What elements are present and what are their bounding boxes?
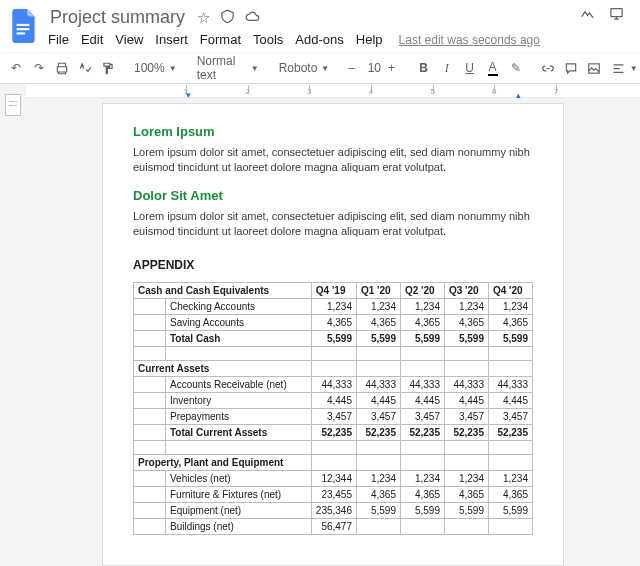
row-value: 4,445 bbox=[311, 392, 356, 408]
ruler-tick: 4 bbox=[369, 87, 373, 96]
row-value: 1,234 bbox=[357, 298, 401, 314]
star-icon[interactable]: ☆ bbox=[197, 9, 210, 27]
row-value: 1,234 bbox=[401, 470, 445, 486]
heading-2: Dolor Sit Amet bbox=[133, 188, 533, 203]
table-row: Buildings (net)56,477 bbox=[134, 518, 533, 534]
menu-tools[interactable]: Tools bbox=[253, 32, 283, 47]
editor-canvas[interactable]: 1234567 ▾ ▴ Lorem Ipsum Lorem ipsum dolo… bbox=[26, 84, 640, 566]
row-value: 5,599 bbox=[489, 502, 533, 518]
row-value: 3,457 bbox=[489, 408, 533, 424]
row-value: 5,599 bbox=[401, 502, 445, 518]
menu-file[interactable]: File bbox=[48, 32, 69, 47]
table-row: Equipment (net)235,3465,5995,5995,5995,5… bbox=[134, 502, 533, 518]
redo-button[interactable]: ↷ bbox=[29, 57, 49, 79]
menu-format[interactable]: Format bbox=[200, 32, 241, 47]
link-button[interactable] bbox=[538, 57, 558, 79]
row-label: Checking Accounts bbox=[166, 298, 312, 314]
bold-button[interactable]: B bbox=[414, 57, 434, 79]
row-value: 1,234 bbox=[445, 298, 489, 314]
ruler-tick: 2 bbox=[245, 87, 249, 96]
font-size-plus[interactable]: + bbox=[382, 57, 402, 79]
col-header: Q3 '20 bbox=[445, 282, 489, 298]
docs-logo[interactable] bbox=[8, 6, 40, 46]
highlight-button[interactable]: ✎ bbox=[506, 57, 526, 79]
row-value: 5,599 bbox=[311, 330, 356, 346]
col-header bbox=[489, 360, 533, 376]
image-button[interactable] bbox=[584, 57, 604, 79]
section-title: Cash and Cash Equivalents bbox=[134, 282, 312, 298]
row-value bbox=[401, 518, 445, 534]
font-select[interactable]: Roboto▼ bbox=[275, 57, 330, 79]
table-row: Furniture & Fixtures (net)23,4554,3654,3… bbox=[134, 486, 533, 502]
font-size-input[interactable]: 10 bbox=[365, 60, 379, 76]
spellcheck-button[interactable] bbox=[75, 57, 95, 79]
ruler-tick: 3 bbox=[307, 87, 311, 96]
row-value: 44,333 bbox=[311, 376, 356, 392]
row-label: Vehicles (net) bbox=[166, 470, 312, 486]
row-value: 4,445 bbox=[357, 392, 401, 408]
cloud-icon[interactable] bbox=[245, 9, 260, 27]
row-value: 1,234 bbox=[489, 298, 533, 314]
menu-addons[interactable]: Add-ons bbox=[295, 32, 343, 47]
row-value: 44,333 bbox=[445, 376, 489, 392]
col-header bbox=[401, 454, 445, 470]
row-label: Inventory bbox=[166, 392, 312, 408]
row-value: 1,234 bbox=[489, 470, 533, 486]
appendix-table[interactable]: Cash and Cash EquivalentsQ4 '19Q1 '20Q2 … bbox=[133, 282, 533, 535]
ruler-tick: 7 bbox=[554, 87, 558, 96]
menu-help[interactable]: Help bbox=[356, 32, 383, 47]
present-icon[interactable] bbox=[609, 6, 624, 24]
ruler[interactable]: 1234567 ▾ ▴ bbox=[26, 84, 640, 98]
undo-button[interactable]: ↶ bbox=[6, 57, 26, 79]
outline-toggle[interactable] bbox=[5, 94, 21, 116]
move-icon[interactable] bbox=[220, 9, 235, 27]
comment-button[interactable] bbox=[561, 57, 581, 79]
row-value: 1,234 bbox=[357, 470, 401, 486]
toolbar: ↶ ↷ 100%▼ Normal text▼ Roboto▼ – 10 + B … bbox=[0, 52, 640, 84]
doc-title[interactable]: Project summary bbox=[48, 6, 187, 29]
page-1[interactable]: Lorem Ipsum Lorem ipsum dolor sit amet, … bbox=[103, 104, 563, 565]
col-header: Q4 '19 bbox=[311, 282, 356, 298]
row-value: 5,599 bbox=[357, 330, 401, 346]
section-title: Current Assets bbox=[134, 360, 312, 376]
row-value: 4,445 bbox=[401, 392, 445, 408]
style-select[interactable]: Normal text▼ bbox=[193, 57, 263, 79]
underline-button[interactable]: U bbox=[460, 57, 480, 79]
row-value: 3,457 bbox=[445, 408, 489, 424]
table-section-header: Cash and Cash EquivalentsQ4 '19Q1 '20Q2 … bbox=[134, 282, 533, 298]
last-edit[interactable]: Last edit was seconds ago bbox=[399, 33, 540, 47]
align-select[interactable]: ▼ bbox=[607, 57, 640, 79]
row-value: 5,599 bbox=[445, 330, 489, 346]
text-color-button[interactable]: A bbox=[483, 57, 503, 79]
row-value: 5,599 bbox=[489, 330, 533, 346]
menu-view[interactable]: View bbox=[115, 32, 143, 47]
row-label: Equipment (net) bbox=[166, 502, 312, 518]
row-label: Saving Accounts bbox=[166, 314, 312, 330]
col-header bbox=[357, 454, 401, 470]
paint-format-button[interactable] bbox=[98, 57, 118, 79]
italic-button[interactable]: I bbox=[437, 57, 457, 79]
svg-rect-1 bbox=[17, 28, 30, 30]
row-value: 4,365 bbox=[357, 314, 401, 330]
zoom-select[interactable]: 100%▼ bbox=[130, 57, 181, 79]
row-value: 4,365 bbox=[445, 314, 489, 330]
row-label: Total Current Assets bbox=[166, 424, 312, 440]
row-value: 44,333 bbox=[357, 376, 401, 392]
menu-insert[interactable]: Insert bbox=[155, 32, 188, 47]
row-label: Prepayments bbox=[166, 408, 312, 424]
row-value: 4,365 bbox=[357, 486, 401, 502]
print-button[interactable] bbox=[52, 57, 72, 79]
font-size-minus[interactable]: – bbox=[342, 57, 362, 79]
table-row: Vehicles (net)12,3441,2341,2341,2341,234 bbox=[134, 470, 533, 486]
table-section-header: Current Assets bbox=[134, 360, 533, 376]
menu-edit[interactable]: Edit bbox=[81, 32, 103, 47]
col-header: Q2 '20 bbox=[401, 282, 445, 298]
section-title: Property, Plant and Equipment bbox=[134, 454, 312, 470]
ruler-tick: 6 bbox=[492, 87, 496, 96]
activity-icon[interactable] bbox=[580, 6, 595, 24]
col-header: Q1 '20 bbox=[357, 282, 401, 298]
row-value: 4,365 bbox=[401, 486, 445, 502]
row-value: 12,344 bbox=[311, 470, 356, 486]
row-value: 1,234 bbox=[445, 470, 489, 486]
table-row: Saving Accounts4,3654,3654,3654,3654,365 bbox=[134, 314, 533, 330]
